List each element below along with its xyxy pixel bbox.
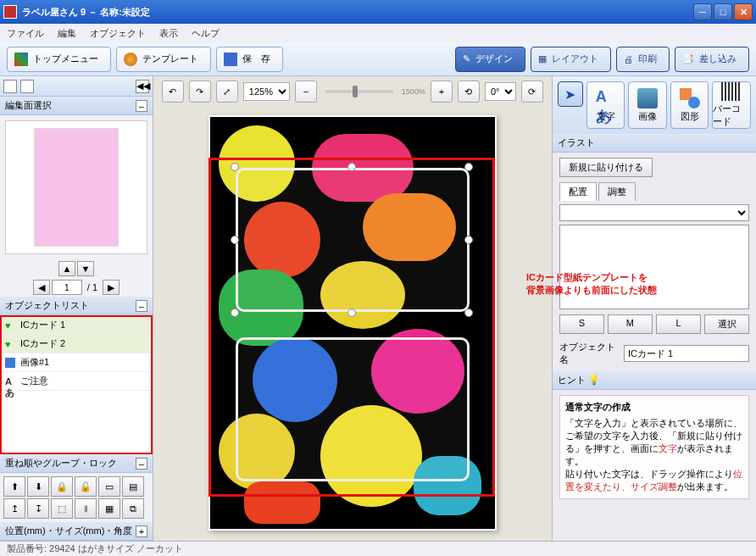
redo-button[interactable]: ↷	[189, 81, 211, 103]
canvas-area[interactable]	[153, 107, 552, 541]
pager-down[interactable]: ▼	[77, 261, 94, 276]
collapse-icon[interactable]: –	[136, 100, 147, 112]
template-button[interactable]: テンプレート	[116, 47, 211, 72]
zoom-select[interactable]: 125%	[243, 82, 290, 101]
barcode-tool[interactable]: バーコード	[712, 81, 751, 129]
bring-forward-button[interactable]: ↥	[3, 498, 25, 519]
menu-view[interactable]: 表示	[159, 27, 178, 40]
close-button[interactable]: ✕	[734, 3, 753, 20]
shape-tool[interactable]: 図形	[670, 81, 709, 129]
size-l-button[interactable]: L	[656, 314, 701, 334]
send-back-button[interactable]: ⬇	[27, 476, 49, 497]
undo-button[interactable]: ↶	[162, 81, 184, 103]
group-button[interactable]: ▭	[98, 476, 120, 497]
save-button[interactable]: 保 存	[216, 47, 283, 72]
list-item[interactable]: ♥ ICカード 2	[0, 335, 153, 353]
palette-icon	[124, 53, 137, 66]
collapse-icon[interactable]: –	[136, 300, 147, 312]
menu-object[interactable]: オブジェクト	[90, 27, 146, 40]
zoom-out-button[interactable]: −	[295, 81, 317, 103]
stack-toolbar: ⬆ ⬇ 🔒 🔓 ▭ ▤ ↥ ↧ ⬚ ⫴ ▦ ⧉	[0, 473, 153, 522]
left-subtoolbar: ◀◀	[0, 76, 153, 97]
menu-edit[interactable]: 編集	[58, 27, 76, 40]
rotate-cw-button[interactable]: ⟳	[521, 81, 543, 103]
zoom-in-button[interactable]: +	[431, 81, 453, 103]
expand-icon[interactable]: +	[136, 525, 147, 537]
bring-front-button[interactable]: ⬆	[3, 476, 25, 497]
right-panel: ➤ Aあ 文字 画像 図形 バーコード イラスト 新規に貼り付ける	[552, 76, 756, 541]
lock-button[interactable]: 🔒	[51, 476, 73, 497]
object-list: ♥ ICカード 1 ♥ ICカード 2 画像#1 Aあ ご注意	[0, 315, 153, 454]
tab-adjust[interactable]: 調整	[598, 182, 636, 201]
face-preview[interactable]	[5, 120, 147, 254]
rotation-select[interactable]: 0°	[485, 82, 516, 101]
collapse-left-icon[interactable]: ◀◀	[136, 80, 149, 93]
list-item[interactable]: 画像#1	[0, 353, 153, 372]
select-button[interactable]: 選択	[704, 314, 749, 334]
stack-header: 重ね順やグループ・ロック –	[0, 454, 153, 473]
list-item[interactable]: ♥ ICカード 1	[0, 316, 153, 335]
selection-handle[interactable]	[347, 163, 356, 171]
pen-icon: ✎	[463, 53, 470, 64]
size-s-button[interactable]: S	[559, 314, 604, 334]
selection-handle[interactable]	[231, 236, 239, 244]
object-name-label: オブジェクト名	[559, 341, 619, 366]
minimize-button[interactable]: ─	[693, 3, 712, 20]
left-panel: ◀◀ 編集面選択 – ▲ ▼ ◀ / 1 ▶ オブジェクトリスト – ♥ ICカ…	[0, 76, 153, 541]
property-tabs: 配置 調整	[559, 182, 749, 201]
pager-prev[interactable]: ◀	[33, 280, 50, 295]
heart-icon: ♥	[5, 339, 15, 349]
page-input[interactable]	[52, 280, 82, 295]
zoom-slider[interactable]	[325, 90, 393, 93]
paste-new-button[interactable]: 新規に貼り付ける	[559, 158, 653, 177]
object-name-input[interactable]	[624, 345, 749, 362]
size-m-button[interactable]: M	[608, 314, 653, 334]
pos-size-header: 位置(mm)・サイズ(mm)・角度 +	[0, 522, 153, 541]
selection-handle[interactable]	[231, 309, 239, 317]
align-button[interactable]: ▤	[122, 476, 144, 497]
menu-file[interactable]: ファイル	[7, 27, 44, 40]
rotate-ccw-button[interactable]: ⟲	[458, 81, 480, 103]
design-canvas[interactable]	[208, 115, 497, 531]
tab-place[interactable]: 配置	[559, 182, 597, 201]
tool-sq-2[interactable]	[20, 80, 34, 93]
ic-card-template-2[interactable]	[236, 337, 470, 481]
unlock-button[interactable]: 🔓	[75, 476, 97, 497]
list-item[interactable]: Aあ ご注意	[0, 372, 153, 391]
pager-up[interactable]: ▲	[58, 261, 75, 276]
distribute-button[interactable]: ⫴	[75, 498, 97, 519]
fit-button[interactable]: ⤢	[216, 81, 238, 103]
selection-handle[interactable]	[347, 309, 356, 317]
select-tool[interactable]: ➤	[558, 81, 583, 107]
tab-design[interactable]: ✎ デザイン	[455, 47, 525, 72]
maximize-button[interactable]: □	[714, 3, 732, 20]
tool-sq-1[interactable]	[3, 80, 17, 93]
clone-layout-button[interactable]: ▦	[98, 498, 120, 519]
save-icon	[224, 53, 237, 66]
send-backward-button[interactable]: ↧	[27, 498, 49, 519]
collapse-icon[interactable]: –	[136, 458, 147, 470]
object-list-header: オブジェクトリスト –	[0, 297, 153, 315]
text-tool[interactable]: Aあ 文字	[586, 81, 625, 129]
pager-next[interactable]: ▶	[103, 280, 120, 295]
heart-icon: ♥	[5, 320, 15, 331]
selection-handle[interactable]	[464, 236, 473, 244]
selection-handle[interactable]	[464, 163, 473, 171]
image-tool[interactable]: 画像	[628, 81, 667, 129]
menu-help[interactable]: ヘルプ	[192, 27, 220, 40]
hint-header: ヒント 💡	[553, 371, 756, 390]
layout-copy-button[interactable]: ⧉	[122, 498, 144, 519]
window-titlebar: ラベル屋さん 9 － 名称:未設定 ─ □ ✕	[0, 0, 756, 24]
shape-icon	[680, 88, 700, 108]
category-select[interactable]	[559, 204, 749, 221]
top-menu-button[interactable]: トップメニュー	[7, 47, 111, 72]
tab-layout[interactable]: ▦ レイアウト	[531, 47, 611, 72]
ic-card-template-1[interactable]	[236, 168, 470, 312]
text-icon: Aあ	[5, 376, 15, 386]
ungroup-button[interactable]: ⬚	[51, 498, 73, 519]
tab-print[interactable]: 🖨 印刷	[616, 47, 670, 72]
selection-handle[interactable]	[464, 309, 473, 317]
tab-merge[interactable]: 📑 差し込み	[675, 47, 749, 72]
selection-handle[interactable]	[231, 163, 239, 171]
preview-swatch	[34, 128, 119, 247]
